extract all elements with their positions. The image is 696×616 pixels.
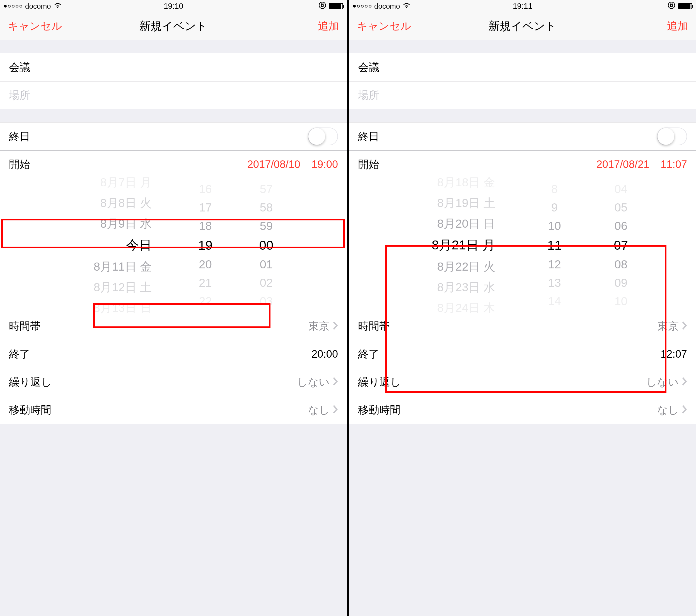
title-location-group: 会議 場所 [0, 53, 347, 109]
event-title-field[interactable]: 会議 [0, 53, 347, 81]
status-bar: docomo 19:11 [349, 0, 696, 12]
cancel-button[interactable]: キャンセル [357, 19, 411, 33]
end-row[interactable]: 終了 20:00 [0, 340, 347, 368]
timezone-value: 東京 [309, 319, 330, 334]
chevron-right-icon [682, 320, 687, 332]
wifi-icon [54, 1, 62, 11]
allday-toggle[interactable] [308, 127, 338, 145]
timezone-label: 時間帯 [9, 319, 41, 334]
end-value: 12:07 [661, 348, 687, 360]
schedule-group: 終日 開始 2017/08/21 11:07 8月18日 金 8月19日 土 8… [349, 122, 696, 424]
end-value: 20:00 [312, 348, 338, 360]
end-label: 終了 [358, 347, 379, 361]
chevron-right-icon [333, 404, 338, 416]
picker-minute-column[interactable]: 57 58 59 00 01 02 03 [259, 183, 273, 308]
screen-right: docomo 19:11 キャンセル 新規イベント 追加 会議 場所 終日 [349, 0, 696, 616]
start-label: 開始 [358, 157, 379, 172]
wifi-icon [403, 1, 410, 11]
timezone-row[interactable]: 時間帯 東京 [0, 312, 347, 340]
picker-hour-column[interactable]: 16 17 18 19 20 21 22 [198, 183, 212, 308]
chevron-right-icon [682, 376, 687, 388]
clock-label: 19:10 [164, 2, 183, 11]
allday-toggle[interactable] [657, 127, 687, 145]
allday-label: 終日 [9, 129, 30, 144]
battery-icon [678, 3, 692, 9]
timezone-label: 時間帯 [358, 319, 390, 334]
signal-dots-icon [353, 5, 371, 7]
repeat-row[interactable]: 繰り返し しない [0, 368, 347, 396]
carrier-label: docomo [374, 2, 400, 11]
repeat-row[interactable]: 繰り返し しない [349, 368, 696, 396]
event-title-value: 会議 [9, 60, 338, 75]
page-title: 新規イベント [489, 18, 557, 34]
nav-bar: キャンセル 新規イベント 追加 [349, 12, 696, 40]
repeat-value: しない [297, 375, 330, 389]
event-title-value: 会議 [358, 60, 687, 75]
start-time-value: 19:00 [312, 158, 338, 170]
clock-label: 19:11 [513, 2, 532, 11]
location-placeholder: 場所 [358, 88, 379, 103]
start-label: 開始 [9, 157, 30, 172]
add-button[interactable]: 追加 [318, 19, 339, 33]
battery-icon [329, 3, 343, 9]
add-button[interactable]: 追加 [667, 19, 688, 33]
travel-row[interactable]: 移動時間 なし [0, 396, 347, 424]
travel-value: なし [308, 403, 330, 417]
datetime-picker[interactable]: 8月7日 月 8月8日 火 8月9日 水 今日 8月11日 金 8月12日 土 … [0, 178, 347, 312]
chevron-right-icon [682, 404, 687, 416]
event-title-field[interactable]: 会議 [349, 53, 696, 81]
end-label: 終了 [9, 347, 30, 361]
event-location-field[interactable]: 場所 [349, 81, 696, 109]
travel-label: 移動時間 [358, 403, 400, 417]
page-title: 新規イベント [139, 18, 207, 34]
allday-row: 終日 [0, 122, 347, 150]
travel-row[interactable]: 移動時間 なし [349, 396, 696, 424]
status-bar: docomo 19:10 [0, 0, 347, 12]
event-location-field[interactable]: 場所 [0, 81, 347, 109]
datetime-picker[interactable]: 8月18日 金 8月19日 土 8月20日 日 8月21日 月 8月22日 火 … [349, 178, 696, 312]
allday-row: 終日 [349, 122, 696, 150]
svg-rect-1 [321, 4, 323, 6]
carrier-label: docomo [25, 2, 51, 11]
title-location-group: 会議 場所 [349, 53, 696, 109]
travel-label: 移動時間 [9, 403, 51, 417]
screen-divider [347, 0, 349, 616]
repeat-label: 繰り返し [358, 375, 401, 389]
timezone-row[interactable]: 時間帯 東京 [349, 312, 696, 340]
signal-dots-icon [4, 5, 22, 7]
start-time-value: 11:07 [661, 158, 687, 170]
screen-left: docomo 19:10 キャンセル 新規イベント 追加 会議 場所 [0, 0, 347, 616]
cancel-button[interactable]: キャンセル [8, 19, 62, 33]
location-placeholder: 場所 [9, 88, 30, 103]
orientation-lock-icon [667, 1, 675, 11]
repeat-label: 繰り返し [9, 375, 52, 389]
schedule-group: 終日 開始 2017/08/10 19:00 8月7日 月 8月8日 火 8月9… [0, 122, 347, 424]
picker-date-column[interactable]: 8月18日 金 8月19日 土 8月20日 日 8月21日 月 8月22日 火 … [417, 175, 495, 316]
picker-hour-column[interactable]: 8 9 10 11 12 13 14 [548, 183, 561, 308]
repeat-value: しない [646, 375, 679, 389]
picker-minute-column[interactable]: 04 05 06 07 08 09 10 [614, 183, 628, 308]
chevron-right-icon [333, 376, 338, 388]
start-row[interactable]: 開始 2017/08/21 11:07 [349, 150, 696, 178]
start-date-value: 2017/08/21 [597, 158, 649, 170]
svg-rect-3 [670, 4, 673, 6]
picker-date-column[interactable]: 8月7日 月 8月8日 火 8月9日 水 今日 8月11日 金 8月12日 土 … [74, 175, 152, 316]
nav-bar: キャンセル 新規イベント 追加 [0, 12, 347, 40]
end-row[interactable]: 終了 12:07 [349, 340, 696, 368]
allday-label: 終日 [358, 129, 379, 144]
orientation-lock-icon [318, 1, 326, 11]
chevron-right-icon [333, 320, 338, 332]
start-row[interactable]: 開始 2017/08/10 19:00 [0, 150, 347, 178]
travel-value: なし [657, 403, 679, 417]
timezone-value: 東京 [658, 319, 679, 334]
start-date-value: 2017/08/10 [247, 158, 300, 170]
